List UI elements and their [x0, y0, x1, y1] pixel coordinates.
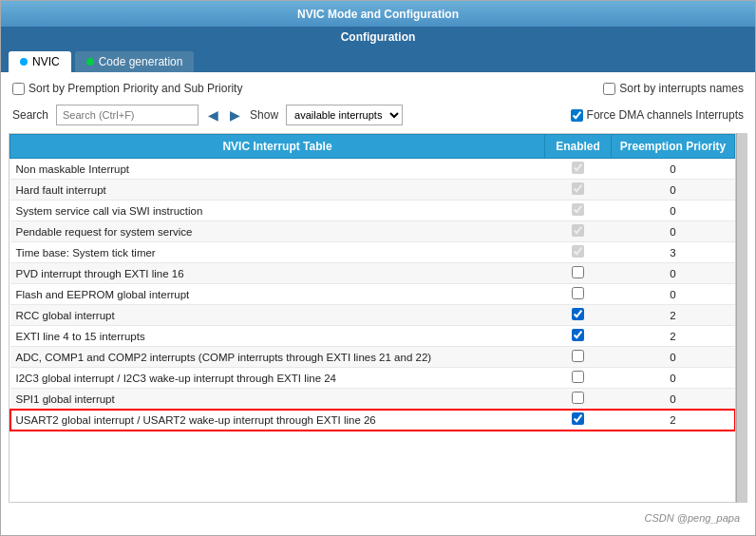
row-priority: 0	[612, 159, 735, 180]
row-enabled[interactable]	[545, 263, 612, 284]
row-name: Time base: System tick timer	[10, 242, 545, 263]
row-enabled-checkbox[interactable]	[572, 287, 584, 299]
tab-label-nvic: NVIC	[32, 55, 60, 68]
row-enabled[interactable]	[545, 159, 612, 180]
options-row: Sort by Premption Priority and Sub Prior…	[9, 80, 747, 97]
nvic-table: NVIC Interrupt Table Enabled Preemption …	[9, 134, 735, 431]
row-enabled[interactable]	[545, 368, 612, 389]
row-enabled-checkbox[interactable]	[572, 308, 584, 320]
col-header-name: NVIC Interrupt Table	[10, 135, 545, 159]
force-dma-checkbox[interactable]	[571, 109, 583, 122]
row-enabled[interactable]	[545, 242, 612, 263]
row-name: Flash and EEPROM global interrupt	[10, 284, 545, 305]
force-dma-option[interactable]: Force DMA channels Interrupts	[571, 108, 744, 122]
show-select[interactable]: available interruptsall interruptsenable…	[286, 105, 403, 125]
search-label: Search	[12, 108, 48, 122]
row-enabled-checkbox[interactable]	[572, 224, 584, 237]
row-enabled-checkbox[interactable]	[572, 266, 584, 278]
table-row[interactable]: Non maskable Interrupt0	[10, 159, 735, 180]
tab-label-code-gen: Code generation	[99, 55, 183, 68]
main-container: NVIC Mode and Configuration Configuratio…	[0, 0, 756, 536]
row-name: System service call via SWI instruction	[10, 201, 545, 221]
sort-interrupts-checkbox[interactable]	[603, 83, 615, 95]
table-row[interactable]: I2C3 global interrupt / I2C3 wake-up int…	[10, 368, 735, 389]
row-priority: 2	[612, 410, 735, 431]
row-priority: 0	[612, 368, 735, 389]
row-name: PVD interrupt through EXTI line 16	[10, 263, 545, 284]
row-enabled[interactable]	[545, 305, 612, 326]
row-enabled-checkbox[interactable]	[572, 162, 584, 174]
row-priority: 0	[612, 201, 735, 221]
row-enabled[interactable]	[545, 284, 612, 305]
table-row[interactable]: ADC, COMP1 and COMP2 interrupts (COMP in…	[10, 347, 735, 368]
row-enabled[interactable]	[545, 326, 612, 347]
show-label: Show	[250, 108, 278, 122]
row-name: RCC global interrupt	[10, 305, 545, 326]
title-bar: NVIC Mode and Configuration	[1, 1, 755, 27]
table-row[interactable]: USART2 global interrupt / USART2 wake-up…	[10, 410, 735, 431]
table-row[interactable]: SPI1 global interrupt0	[10, 389, 735, 410]
row-priority: 0	[612, 284, 735, 305]
row-priority: 0	[612, 263, 735, 284]
row-priority: 3	[612, 242, 735, 263]
row-name: ADC, COMP1 and COMP2 interrupts (COMP in…	[10, 347, 545, 368]
row-enabled-checkbox[interactable]	[572, 203, 584, 216]
row-name: Pendable request for system service	[10, 221, 545, 242]
content-area: Sort by Premption Priority and Sub Prior…	[1, 72, 755, 535]
row-name: SPI1 global interrupt	[10, 389, 545, 410]
tab-dot-code-gen	[86, 58, 94, 66]
row-enabled-checkbox[interactable]	[572, 182, 584, 195]
search-input[interactable]	[56, 105, 198, 125]
table-row[interactable]: Flash and EEPROM global interrupt0	[10, 284, 735, 305]
row-enabled[interactable]	[545, 221, 612, 242]
row-enabled[interactable]	[545, 410, 612, 431]
tab-code-gen[interactable]: Code generation	[75, 51, 195, 72]
row-priority: 0	[612, 180, 735, 201]
row-name: Hard fault interrupt	[10, 180, 545, 201]
row-name: EXTI line 4 to 15 interrupts	[10, 326, 545, 347]
next-button[interactable]: ▶	[228, 107, 242, 123]
force-dma-label: Force DMA channels Interrupts	[587, 108, 744, 122]
table-container[interactable]: NVIC Interrupt Table Enabled Preemption …	[9, 133, 736, 503]
app-title: NVIC Mode and Configuration	[297, 8, 459, 21]
col-header-priority: Preemption Priority	[612, 135, 735, 159]
right-scrollbar[interactable]	[736, 133, 747, 503]
row-enabled-checkbox[interactable]	[572, 350, 584, 362]
col-header-enabled: Enabled	[545, 135, 612, 159]
watermark: CSDN @peng_papa	[9, 508, 747, 527]
table-row[interactable]: PVD interrupt through EXTI line 160	[10, 263, 735, 284]
row-enabled[interactable]	[545, 201, 612, 221]
table-row[interactable]: EXTI line 4 to 15 interrupts2	[10, 326, 735, 347]
tabs-bar: NVICCode generation	[1, 48, 755, 72]
table-row[interactable]: Time base: System tick timer3	[10, 242, 735, 263]
table-body: Non maskable Interrupt0Hard fault interr…	[10, 159, 735, 431]
sort-preemption-checkbox[interactable]	[12, 83, 25, 95]
table-wrapper: NVIC Interrupt Table Enabled Preemption …	[9, 133, 747, 503]
tab-nvic[interactable]: NVIC	[9, 51, 71, 72]
table-row[interactable]: RCC global interrupt2	[10, 305, 735, 326]
table-row[interactable]: Pendable request for system service0	[10, 221, 735, 242]
row-enabled-checkbox[interactable]	[572, 329, 584, 341]
sort-interrupts-option[interactable]: Sort by interrupts names	[603, 82, 744, 95]
row-priority: 2	[612, 326, 735, 347]
search-row: Search ◀ ▶ Show available interruptsall …	[9, 103, 747, 127]
row-enabled-checkbox[interactable]	[572, 371, 584, 383]
row-priority: 0	[612, 347, 735, 368]
config-bar: Configuration	[1, 27, 755, 48]
row-priority: 0	[612, 221, 735, 242]
sort-preemption-label: Sort by Premption Priority and Sub Prior…	[28, 82, 242, 95]
table-row[interactable]: Hard fault interrupt0	[10, 180, 735, 201]
row-enabled[interactable]	[545, 180, 612, 201]
row-enabled-checkbox[interactable]	[572, 392, 584, 404]
row-enabled[interactable]	[545, 347, 612, 368]
row-enabled-checkbox[interactable]	[572, 412, 584, 425]
row-name: I2C3 global interrupt / I2C3 wake-up int…	[10, 368, 545, 389]
sort-preemption-option[interactable]: Sort by Premption Priority and Sub Prior…	[12, 82, 242, 95]
prev-button[interactable]: ◀	[206, 107, 220, 123]
row-priority: 0	[612, 389, 735, 410]
row-enabled[interactable]	[545, 389, 612, 410]
table-row[interactable]: System service call via SWI instruction0	[10, 201, 735, 221]
row-name: USART2 global interrupt / USART2 wake-up…	[10, 410, 545, 431]
row-enabled-checkbox[interactable]	[572, 245, 584, 258]
row-priority: 2	[612, 305, 735, 326]
